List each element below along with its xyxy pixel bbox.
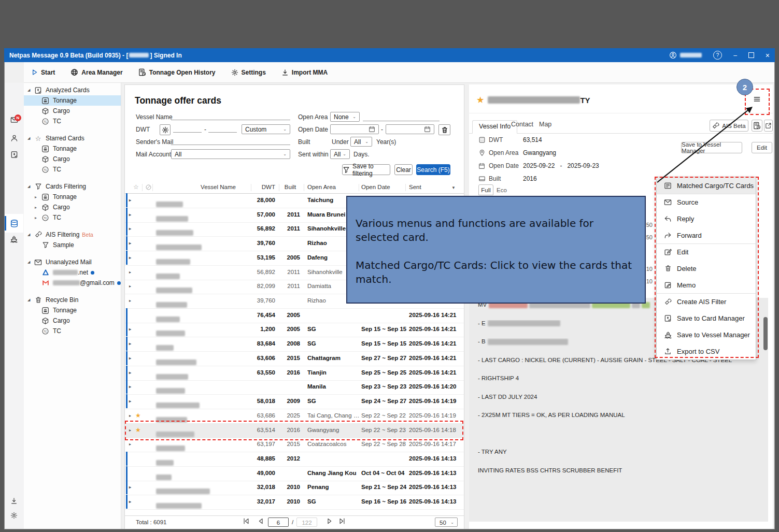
next-page-button[interactable] <box>326 517 333 525</box>
row-expand-icon[interactable]: ▸ <box>129 298 131 303</box>
collapsed-caret-icon[interactable]: ▸ <box>35 205 40 210</box>
toolbar-item-area-manager[interactable]: Area Manager <box>70 68 122 76</box>
table-row-13[interactable]: ▸63,5502016TianjinSep 25 ~ Sep 252025-09… <box>125 366 464 381</box>
row-expand-icon[interactable]: ▸ <box>129 384 131 389</box>
table-header[interactable]: ☆ Vessel Name DWT Built Open Area Open D… <box>125 182 464 194</box>
sidebar-item-recycle-bin-tc[interactable]: TCTC <box>24 326 121 336</box>
toolbar-item-import-mma[interactable]: Import MMA <box>281 69 328 76</box>
row-expand-icon[interactable]: ▸ <box>129 270 131 275</box>
clear-button[interactable]: Clear <box>394 164 413 175</box>
row-expand-icon[interactable]: ▸ <box>129 341 131 346</box>
row-star-icon[interactable]: ★ <box>135 412 141 419</box>
row-expand-icon[interactable]: ▸ <box>129 327 131 332</box>
expand-caret-icon[interactable]: ◢ <box>27 136 33 140</box>
sidebar-item-ais-filtering-sample[interactable]: Sample <box>24 240 121 250</box>
prev-page-button[interactable] <box>257 517 264 525</box>
row-expand-icon[interactable]: ▸ <box>129 255 131 260</box>
row-expand-icon[interactable]: ▸ <box>129 485 131 490</box>
minimize-button[interactable]: – <box>733 52 737 59</box>
col-sent[interactable]: Sent <box>409 184 421 190</box>
table-row-14[interactable]: ▸ManilaSep 23 ~ Sep 232025-09-16 14:20 <box>125 380 464 395</box>
row-expand-icon[interactable]: ▸ <box>129 226 131 231</box>
senders-mail-input[interactable] <box>171 136 290 145</box>
built-select[interactable]: All⌄ <box>350 137 372 147</box>
col-open-date[interactable]: Open Date <box>361 184 390 190</box>
table-row-20[interactable]: 49,000Chang Jiang KouOct 04 ~ Oct 042025… <box>125 466 464 481</box>
row-expand-icon[interactable]: ▸ <box>129 198 131 203</box>
row-expand-icon[interactable]: ▸ <box>129 356 131 361</box>
toolbar-item-tonnage-open-history[interactable]: Tonnage Open History <box>138 68 216 76</box>
mode-tab-eco[interactable]: Eco <box>497 187 507 193</box>
open-date-to-input[interactable] <box>386 124 434 134</box>
import-nav-icon[interactable] <box>7 494 21 508</box>
sidebar-item-recycle-bin-tonnage[interactable]: Tonnage <box>24 305 121 315</box>
sidebar-section-starred-cards[interactable]: ◢☆Starred Cards <box>24 133 121 143</box>
col-dwt[interactable]: DWT <box>251 184 275 190</box>
account-indicator[interactable] <box>669 51 702 59</box>
sidebar-item-starred-cards-tc[interactable]: TCTC <box>24 164 121 175</box>
row-expand-icon[interactable]: ▸ <box>129 212 131 217</box>
analyzed-cards-nav-icon[interactable] <box>7 217 21 230</box>
open-date-clear-button[interactable] <box>438 124 450 135</box>
star-icon[interactable]: ★ <box>477 95 484 105</box>
vessel-name-input[interactable] <box>171 111 290 120</box>
expand-caret-icon[interactable]: ◢ <box>27 233 33 237</box>
dwt-min-input[interactable] <box>173 123 202 133</box>
open-area-extra-input[interactable] <box>363 112 440 121</box>
sidebar-section-cards-filtering[interactable]: ◢Cards Filtering <box>24 181 121 192</box>
sidebar-item-starred-cards-tonnage[interactable]: Tonnage <box>24 143 121 154</box>
mail-account-select[interactable]: All⌄ <box>171 149 290 159</box>
save-to-vessel-manager-button[interactable]: Save to Vessel Manager <box>681 142 742 153</box>
table-row-11[interactable]: ▸83,6842008SGSep 15 ~ Sep 152025-09-16 1… <box>125 337 464 352</box>
row-expand-icon[interactable]: ▸ <box>129 370 131 375</box>
sidebar-item-analyzed-cards-cargo[interactable]: Cargo <box>24 106 121 116</box>
scrollbar-thumb[interactable] <box>763 317 768 350</box>
sidebar-section-ais-filtering[interactable]: ◢AIS FilteringBeta <box>24 229 121 240</box>
expand-caret-icon[interactable]: ◢ <box>27 184 33 189</box>
settings-nav-icon[interactable] <box>7 509 21 522</box>
last-page-button[interactable] <box>338 517 346 525</box>
card-manager-nav-icon[interactable] <box>7 148 21 161</box>
collapsed-caret-icon[interactable]: ▸ <box>35 195 40 199</box>
row-expand-icon[interactable]: ▸ <box>129 499 131 504</box>
row-expand-icon[interactable]: ▸ <box>129 413 131 418</box>
sidebar-item-analyzed-cards-tc[interactable]: TCTC <box>24 116 121 126</box>
sent-within-select[interactable]: All⌄ <box>330 149 350 159</box>
col-built[interactable]: Built <box>280 184 300 190</box>
row-expand-icon[interactable]: ▸ <box>129 284 131 289</box>
vessel-manager-nav-icon[interactable] <box>7 232 21 246</box>
col-open-area[interactable]: Open Area <box>307 184 336 190</box>
sidebar-item-mail-account-0[interactable]: .net <box>24 267 121 278</box>
table-row-12[interactable]: ▸63,6062015ChattagramSep 27 ~ Sep 272025… <box>125 351 464 366</box>
toolbar-item-start[interactable]: Start <box>31 69 55 76</box>
sidebar-section-recycle-bin[interactable]: ◢Recycle Bin <box>24 295 121 305</box>
popout-tool-button[interactable] <box>764 120 773 132</box>
open-date-from-input[interactable] <box>330 124 379 134</box>
sidebar-section-unanalyzed-mail[interactable]: ◢Unanalyzed Mail <box>24 257 121 267</box>
table-row-22[interactable]: ▸32,0172010SGSep 16 ~ Sep 162025-09-16 1… <box>125 495 464 510</box>
dwt-settings-button[interactable] <box>160 124 171 135</box>
first-page-button[interactable] <box>243 517 250 525</box>
table-row-10[interactable]: ▸1,2002005SGSep 15 ~ Sep 152025-09-16 14… <box>125 322 464 337</box>
row-expand-icon[interactable]: ▸ <box>129 442 131 447</box>
row-expand-icon[interactable]: ▸ <box>129 399 131 404</box>
sidebar-item-analyzed-cards-tonnage[interactable]: Tonnage <box>24 95 121 106</box>
contacts-nav-icon[interactable] <box>7 131 21 145</box>
ais-beta-button[interactable]: AIS Beta <box>710 120 748 132</box>
expand-caret-icon[interactable]: ◢ <box>27 260 33 264</box>
sidebar-item-mail-account-1[interactable]: @gmail.com <box>24 278 121 288</box>
tab-contact[interactable]: Contact <box>511 121 533 128</box>
sidebar-section-analyzed-cards[interactable]: ◢Analyzed Cards <box>24 85 121 95</box>
page-input[interactable]: 6 <box>268 517 289 527</box>
table-row-21[interactable]: ▸32,0182010PenangSep 21 ~ Sep 242025-09-… <box>125 480 464 495</box>
table-row-9[interactable]: 76,45420052025-09-16 14:21 <box>125 308 464 323</box>
save-to-filtering-button[interactable]: Save to filtering <box>342 164 390 175</box>
table-row-19[interactable]: 48,88520122025-09-16 14:13 <box>125 452 464 467</box>
sort-arrow-icon[interactable]: ▼ <box>451 185 456 190</box>
history-tool-button[interactable] <box>752 120 762 132</box>
dwt-max-input[interactable] <box>208 123 237 133</box>
toolbar-item-settings[interactable]: Settings <box>231 69 266 76</box>
sidebar-item-cards-filtering-cargo[interactable]: ▸Cargo <box>24 202 121 212</box>
tab-map[interactable]: Map <box>539 121 551 128</box>
maximize-button[interactable] <box>748 52 754 58</box>
